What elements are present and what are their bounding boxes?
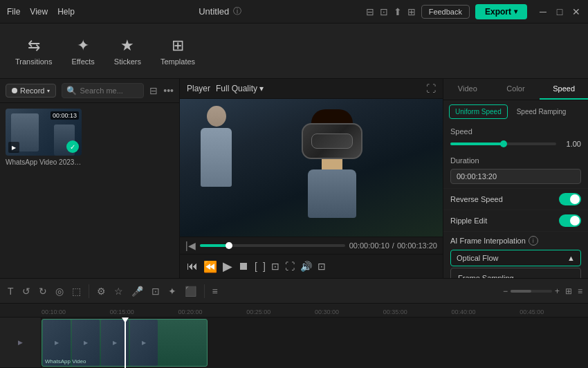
play-icon[interactable]: ▶ xyxy=(223,259,232,274)
player-expand-icon[interactable]: ⛶ xyxy=(426,83,436,94)
search-box[interactable]: 🔍 xyxy=(62,83,144,98)
tab-color[interactable]: Color xyxy=(492,79,540,100)
clip-name: WhatsApp Video xyxy=(45,358,86,365)
track-body[interactable]: ▶ ▶ ▶ ▶ WhatsApp Video xyxy=(42,318,588,368)
mark-in-icon[interactable]: [ xyxy=(255,261,257,272)
zoom-slider[interactable] xyxy=(511,290,552,293)
speaker-icon[interactable]: 🔊 xyxy=(300,261,312,272)
sub-tab-ramping[interactable]: Speed Ramping xyxy=(511,104,573,119)
ripple-edit-label: Ripple Edit xyxy=(450,217,487,225)
menu-help[interactable]: Help xyxy=(57,7,75,17)
text-tool-icon[interactable]: T xyxy=(6,284,16,299)
reverse-speed-row: Reverse Speed xyxy=(443,188,588,210)
minimize-button[interactable]: ─ xyxy=(538,7,548,17)
prev-icon[interactable]: ⏪ xyxy=(203,260,217,273)
dropdown-item-frame-sampling[interactable]: Frame Sampling Default xyxy=(451,268,580,278)
progress-handle[interactable] xyxy=(226,242,232,249)
helmet-visor xyxy=(311,134,353,149)
feedback-button[interactable]: Feedback xyxy=(421,5,470,19)
close-button[interactable]: ✕ xyxy=(571,7,581,17)
media-item[interactable]: 00:00:13 ▶ ✓ WhatsApp Video 2023-10-05..… xyxy=(6,109,82,166)
ripple-edit-toggle[interactable] xyxy=(559,214,581,227)
video-scene xyxy=(180,99,443,237)
settings-icon[interactable]: ⚙ xyxy=(95,284,108,299)
time-back-icon[interactable]: |◀ xyxy=(185,240,196,251)
clip-icon[interactable]: ⊡ xyxy=(149,284,162,299)
left-panel-header: Record ▾ 🔍 ⊟ ••• xyxy=(0,79,179,103)
overflow-icon[interactable]: ≡ xyxy=(578,286,582,296)
zoom-out-icon[interactable]: − xyxy=(503,286,508,296)
menu-file[interactable]: File xyxy=(7,7,20,17)
player-header: Player Full Quality ▾ ⛶ xyxy=(180,79,443,99)
zoom-in-icon[interactable]: + xyxy=(555,286,560,296)
effects-label: Effects xyxy=(71,57,94,66)
crop-icon[interactable]: ⊡ xyxy=(271,261,279,272)
more-playback-icon[interactable]: ⊡ xyxy=(318,261,326,272)
tab-speed[interactable]: Speed xyxy=(540,79,588,100)
dropdown-select[interactable]: Optical Flow ▲ xyxy=(450,250,581,266)
transitions-label: Transitions xyxy=(15,57,52,66)
more-options-icon[interactable]: ••• xyxy=(163,85,174,96)
reverse-speed-toggle[interactable] xyxy=(559,193,581,205)
export-button[interactable]: Export ▾ xyxy=(475,4,527,19)
main-content: Record ▾ 🔍 ⊟ ••• 00:00:13 ▶ ✓ xyxy=(0,79,588,278)
toolbar-item-effects[interactable]: ✦ Effects xyxy=(63,31,102,71)
quality-select[interactable]: Full Quality ▾ xyxy=(216,84,264,93)
playhead[interactable] xyxy=(125,318,126,368)
split-icon[interactable]: ≡ xyxy=(210,284,220,299)
grid-view-icon[interactable]: ⊞ xyxy=(565,286,572,296)
ai-label-row: AI Frame Interpolation i xyxy=(450,236,581,246)
reverse-speed-label: Reverse Speed xyxy=(450,195,503,203)
effects-icon: ✦ xyxy=(77,37,89,55)
search-input[interactable] xyxy=(80,86,139,95)
mark-out-icon[interactable]: ] xyxy=(263,261,266,272)
toolbar-item-templates[interactable]: ⊞ Templates xyxy=(152,31,203,71)
player-scrubber: |◀ 00:00:00:10 / 00:00:13:20 xyxy=(180,237,443,254)
undo-icon[interactable]: ↺ xyxy=(20,284,33,299)
record-button[interactable]: Record ▾ xyxy=(6,84,56,98)
document-title: Untitled xyxy=(199,6,229,17)
icon-upload[interactable]: ⬆ xyxy=(394,6,402,17)
timeline-area: T ↺ ↻ ◎ ⬚ ⚙ ☆ 🎤 ⊡ ✦ ⬛ ≡ − + ⊞ ≡ 00:10:00… xyxy=(0,278,588,368)
filter-icon[interactable]: ⊟ xyxy=(149,85,158,96)
toolbar: ⇆ Transitions ✦ Effects ★ Stickers ⊞ Tem… xyxy=(0,24,588,79)
sparkle-icon[interactable]: ✦ xyxy=(166,284,178,299)
record-label: Record xyxy=(20,86,44,95)
speed-handle[interactable] xyxy=(500,140,507,147)
square-icon[interactable]: ⬛ xyxy=(183,284,199,299)
toolbar-item-stickers[interactable]: ★ Stickers xyxy=(106,31,149,71)
icon-minimize-screen[interactable]: ⊟ xyxy=(366,6,374,17)
redo-icon[interactable]: ↻ xyxy=(37,284,49,299)
menu-view[interactable]: View xyxy=(30,7,48,17)
ruler-mark-3: 00:25:00 xyxy=(246,309,315,315)
ruler-mark-0: 00:10:00 xyxy=(42,309,110,315)
layout-icon[interactable]: ⬚ xyxy=(70,284,83,299)
time-display: 00:00:00:10 / 00:00:13:20 xyxy=(349,241,437,250)
titlebar: File View Help Untitled ⓘ ⊟ ⊡ ⬆ ⊞ Feedba… xyxy=(0,0,588,24)
speed-label: Speed xyxy=(450,127,581,136)
speed-value: 1.00 xyxy=(562,140,581,148)
mic-icon[interactable]: 🎤 xyxy=(129,284,145,299)
child-body xyxy=(308,169,356,218)
dropdown-menu: Frame Sampling Default Frame Blending Fa… xyxy=(450,268,581,278)
ai-info-icon[interactable]: i xyxy=(529,236,538,246)
maximize-button[interactable]: □ xyxy=(555,7,564,17)
speed-slider[interactable] xyxy=(450,142,556,145)
media-icon[interactable]: ◎ xyxy=(53,284,66,299)
icon-grid[interactable]: ⊞ xyxy=(407,6,416,17)
separator-2 xyxy=(204,284,205,298)
player-progress-bar[interactable] xyxy=(200,244,345,247)
export-chevron-icon: ▾ xyxy=(514,8,517,15)
title-info-icon[interactable]: ⓘ xyxy=(233,6,241,17)
dropdown-chevron-icon: ▲ xyxy=(567,254,575,262)
icon-something[interactable]: ⊡ xyxy=(380,6,388,17)
sub-tab-uniform[interactable]: Uniform Speed xyxy=(449,104,508,119)
tab-video[interactable]: Video xyxy=(443,79,492,100)
stop-icon[interactable]: ⏹ xyxy=(238,260,249,273)
fullscreen-icon[interactable]: ⛶ xyxy=(285,261,295,272)
toolbar-item-transitions[interactable]: ⇆ Transitions xyxy=(7,31,60,71)
badge-icon[interactable]: ☆ xyxy=(112,284,125,299)
prev-frame-icon[interactable]: ⏮ xyxy=(187,260,198,273)
vr-helmet xyxy=(302,123,362,159)
duration-value[interactable]: 00:00:13:20 xyxy=(450,169,581,184)
